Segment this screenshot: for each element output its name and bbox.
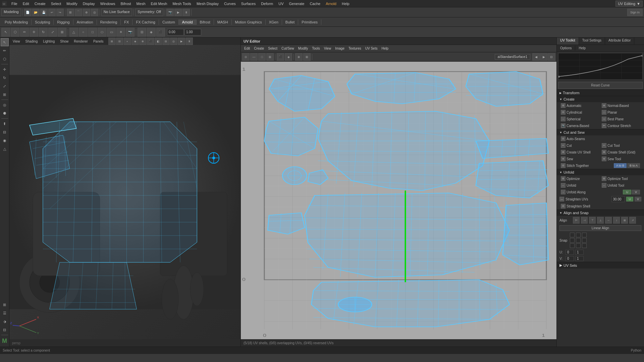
shelf-icon-sphere[interactable]: ○ xyxy=(79,28,88,37)
snap-grid-btn[interactable]: ⊞ xyxy=(67,9,74,16)
btn-unfold-u[interactable]: U xyxy=(623,190,631,194)
v-val-0[interactable] xyxy=(566,256,574,261)
btn-cut[interactable]: ✂ Cut xyxy=(559,142,600,148)
align-left-btn[interactable]: ⊢ xyxy=(573,217,580,224)
snap-cb-3[interactable] xyxy=(582,233,587,237)
align-bottom-btn[interactable]: ⊥ xyxy=(597,217,604,224)
btn-create-uv-shell[interactable]: ⊞ Create UV Shell xyxy=(559,149,600,155)
scale-tool[interactable]: ⤢ xyxy=(1,82,9,90)
btn-unfold[interactable]: ↔ Unfold xyxy=(559,182,600,188)
btn-optimize[interactable]: ⊞ Optimize xyxy=(559,176,600,182)
shelf-icon-lasso[interactable]: ⬡ xyxy=(11,28,19,37)
fill-hole-tool[interactable]: ◉ xyxy=(1,136,9,144)
v-val-1[interactable] xyxy=(575,256,584,261)
symmetry-dropdown[interactable]: Symmetry: Off xyxy=(135,9,163,16)
shelf-icon-transform[interactable]: ⊞ xyxy=(58,28,66,37)
uv-tb-face[interactable]: □ xyxy=(258,53,266,61)
lasso-tool[interactable]: ⬡ xyxy=(1,55,9,63)
tab-fx[interactable]: FX xyxy=(121,19,132,25)
vp-icon1[interactable]: ⊞ xyxy=(108,38,116,45)
menu-mesh[interactable]: Mesh xyxy=(134,1,148,6)
tab-animation[interactable]: Animation xyxy=(73,19,97,25)
menu-uv[interactable]: UV xyxy=(276,1,286,6)
uv-menu-help[interactable]: Help xyxy=(379,46,390,51)
tab-xgen[interactable]: XGen xyxy=(266,19,282,25)
uv-menu-cutsew[interactable]: Cut/Sew xyxy=(279,46,296,51)
bridge-tool[interactable]: ⊟ xyxy=(1,128,9,136)
tab-bifrost[interactable]: Bifrost xyxy=(197,19,214,25)
tab-arnold[interactable]: Arnold xyxy=(179,19,197,25)
uv-tb-display[interactable]: ◈ xyxy=(285,53,292,61)
vp-icon9[interactable]: ◎ xyxy=(170,38,177,45)
sub-tab-help[interactable]: Help xyxy=(575,46,589,51)
u-val-0[interactable] xyxy=(566,250,574,255)
vp-icon6[interactable]: ⬛ xyxy=(147,38,154,45)
align-right-btn[interactable]: ⊣ xyxy=(581,217,588,224)
menu-edit-mesh[interactable]: Edit Mesh xyxy=(148,1,170,6)
align-distribute-v-btn[interactable]: ↗ xyxy=(629,217,636,224)
section-unfold[interactable]: ▼ Unfold xyxy=(557,169,644,175)
value2-input[interactable] xyxy=(184,29,201,36)
snap-cb-7[interactable] xyxy=(570,243,575,248)
universal-tool[interactable]: ⊞ xyxy=(1,90,9,99)
btn-unfold-along[interactable]: ↕ Unfold Along xyxy=(559,189,622,195)
shelf-icon-cylinder[interactable]: ⬭ xyxy=(98,28,106,37)
uv-tb-vertex[interactable]: ⊙ xyxy=(242,53,250,61)
btn-spherical[interactable]: ○ Spherical xyxy=(559,116,600,122)
snap-curve-btn[interactable]: ⌒ xyxy=(75,9,82,16)
live-surface-dropdown[interactable]: No Live Surface xyxy=(101,9,132,16)
rotate-tool[interactable]: ↻ xyxy=(1,74,9,82)
section-align-snap[interactable]: ▼ Align and Snap xyxy=(557,209,644,216)
snap-point-btn[interactable]: ⊕ xyxy=(83,9,90,16)
uv-material-selector[interactable]: aiStandardSurface1 xyxy=(495,54,530,60)
tab-rendering[interactable]: Rendering xyxy=(97,19,121,25)
uv-menu-image[interactable]: Image xyxy=(333,46,346,51)
uv-menu-tools[interactable]: Tools xyxy=(310,46,322,51)
workspace-selector[interactable]: UV Editing ▼ xyxy=(615,1,643,7)
menu-curves[interactable]: Curves xyxy=(221,1,238,6)
snap-cb-4[interactable] xyxy=(570,238,575,243)
straighten-value-input[interactable] xyxy=(611,196,625,202)
menu-bifrost[interactable]: Bifrost xyxy=(118,1,133,6)
uv-menu-modify[interactable]: Modify xyxy=(296,46,310,51)
undo-btn[interactable]: ↩ xyxy=(48,9,56,16)
btn-contour-stretch[interactable]: ⊢ Contour Stretch xyxy=(600,123,641,129)
menu-file[interactable]: File xyxy=(9,1,20,6)
uv-tb-edge[interactable]: — xyxy=(250,53,258,61)
tab-custom[interactable]: Custom xyxy=(159,19,179,25)
vp-lighting-menu[interactable]: Lighting xyxy=(41,39,57,44)
uv-menu-edit[interactable]: Edit xyxy=(242,46,252,51)
shelf-icon-cube[interactable]: □ xyxy=(88,28,97,37)
vp-renderer-menu[interactable]: Renderer xyxy=(72,39,90,44)
align-distribute-h-btn[interactable]: ⊞ xyxy=(621,217,628,224)
open-scene-btn[interactable]: 📂 xyxy=(32,9,40,16)
btn-unfold-tool[interactable]: ↔ Unfold Tool xyxy=(600,182,641,188)
btn-normal-based[interactable]: ⊕ Normal-Based xyxy=(600,103,641,109)
btn-cylindrical[interactable]: ⊟ Cylindrical xyxy=(559,109,600,115)
menu-edit[interactable]: Edit xyxy=(20,1,32,6)
tab-attribute-editor[interactable]: Attribute Editor xyxy=(605,38,634,45)
snap-cb-8[interactable] xyxy=(576,243,581,248)
mode-dropdown[interactable]: Modeling xyxy=(1,9,21,16)
shelf-icon-paint[interactable]: ✏ xyxy=(20,28,29,37)
select-tool[interactable]: ↖ xyxy=(1,38,9,46)
extrude-tool[interactable]: ⬆ xyxy=(1,120,9,128)
vp-icon7[interactable]: ◧ xyxy=(155,38,162,45)
btn-create-shell-grid[interactable]: ⊞ Create Shell (Grid) xyxy=(600,149,641,155)
vp-icon2[interactable]: ⊟ xyxy=(116,38,123,45)
btn-sew[interactable]: ⊕ Sew xyxy=(559,156,600,162)
uv-menu-textures[interactable]: Textures xyxy=(346,46,363,51)
menu-mesh-tools[interactable]: Mesh Tools xyxy=(170,1,194,6)
uv-tb-grid[interactable]: ⊞ xyxy=(303,53,311,61)
uv-tb-nav1[interactable]: ◀ xyxy=(532,53,540,61)
shelf-icon-move[interactable]: ✛ xyxy=(30,28,38,37)
section-create[interactable]: ▼ Create xyxy=(557,96,644,102)
tab-poly-modeling[interactable]: Poly Modeling xyxy=(1,19,32,25)
btn-optimize-tool[interactable]: ⊞ Optimize Tool xyxy=(600,176,641,182)
snap-cb-6[interactable] xyxy=(582,238,587,243)
btn-straighten-shell[interactable]: ⊟ Straighten Shell xyxy=(559,203,641,209)
tab-fx-caching[interactable]: FX Caching xyxy=(132,19,159,25)
vp-icon8[interactable]: ⊟ xyxy=(162,38,170,45)
sculpt-tool[interactable]: ⚈ xyxy=(1,109,9,117)
uv-tb-checker[interactable]: ⬛ xyxy=(277,53,284,61)
